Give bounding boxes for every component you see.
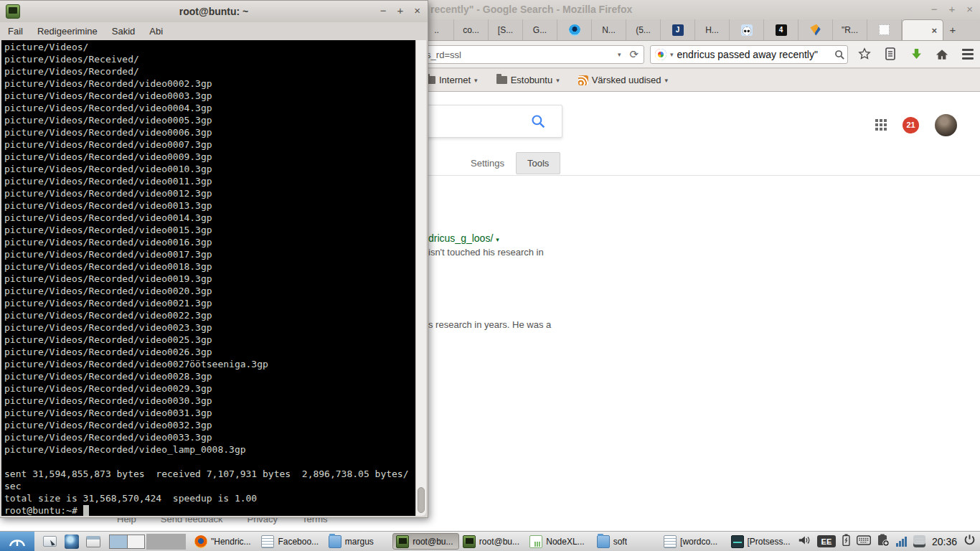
- tab[interactable]: 4: [764, 19, 798, 40]
- tab[interactable]: [867, 19, 902, 40]
- bookmarks-menu-icon[interactable]: [882, 46, 898, 62]
- home-icon[interactable]: [934, 46, 950, 62]
- tab[interactable]: [557, 19, 592, 40]
- fourchan-favicon-icon: 4: [776, 24, 787, 36]
- terminal-icon: [463, 535, 476, 548]
- tab[interactable]: (5...: [626, 19, 661, 40]
- notifications-badge[interactable]: 21: [903, 117, 919, 133]
- terminal-titlebar[interactable]: root@buntu: ~ − + ×: [0, 1, 428, 22]
- taskbar-task[interactable]: [wordco...: [661, 533, 727, 550]
- search-result-url[interactable]: dricus_g_loos/▾: [428, 232, 499, 244]
- search-result-snippet: s research in years. He was a: [428, 319, 551, 330]
- globe-icon: [65, 534, 79, 549]
- task-label: soft: [613, 537, 627, 547]
- result-dropdown-icon[interactable]: ▾: [496, 236, 499, 243]
- close-icon[interactable]: ×: [966, 3, 973, 16]
- firefox-window-title: recently" - Google Search - Mozilla Fire…: [430, 4, 632, 15]
- tab-label: N...: [602, 25, 616, 35]
- taskbar-task[interactable]: "Hendric...: [192, 533, 258, 550]
- tab[interactable]: [730, 19, 764, 40]
- tab-active[interactable]: ×: [902, 19, 943, 40]
- urlbar-dropdown-icon[interactable]: ▾: [614, 51, 625, 58]
- tab-close-icon[interactable]: ×: [931, 25, 937, 36]
- menu-icon[interactable]: [960, 46, 976, 62]
- tab[interactable]: co...: [454, 19, 489, 40]
- tab[interactable]: "R...: [833, 19, 867, 40]
- terminal-output: picture/Videos/ picture/Videos/Received/…: [1, 40, 415, 504]
- terminal-scrollbar[interactable]: [415, 40, 426, 516]
- task-label: margus: [345, 537, 374, 547]
- keyboard-icon[interactable]: [857, 535, 871, 548]
- downloads-icon[interactable]: [908, 46, 924, 62]
- terminal-window-title: root@buntu: ~: [0, 6, 428, 17]
- folder-pointer-icon: [43, 536, 57, 547]
- terminal-menu-item[interactable]: Fail: [8, 26, 23, 37]
- file-manager-launcher[interactable]: [41, 534, 59, 550]
- terminal-window: root@buntu: ~ − + × FailRedigeerimineSak…: [0, 0, 428, 518]
- terminal-scrollbar-thumb[interactable]: [418, 487, 425, 513]
- tab[interactable]: [798, 19, 833, 40]
- web-browser-launcher[interactable]: [62, 534, 80, 550]
- bookmark-item[interactable]: Estobuntu▾: [496, 75, 560, 85]
- power-icon[interactable]: [963, 534, 976, 549]
- task-label: root@bu...: [413, 537, 453, 547]
- google-search-icon[interactable]: [531, 114, 546, 132]
- clipboard-manager-icon[interactable]: [877, 534, 890, 550]
- task-label: [Protsess...: [748, 537, 791, 547]
- terminal-menu-item[interactable]: Abi: [149, 26, 163, 37]
- search-engine-dropdown-icon[interactable]: ▾: [666, 51, 677, 58]
- maximize-icon[interactable]: +: [948, 3, 955, 16]
- bookmark-item[interactable]: Värsked uudised▾: [578, 75, 668, 85]
- taskbar-task[interactable]: Faceboo...: [258, 533, 324, 550]
- tab[interactable]: [S...: [489, 19, 523, 40]
- firefox-icon: [194, 535, 207, 548]
- avatar[interactable]: [935, 114, 957, 136]
- clock[interactable]: 20:36: [932, 536, 957, 547]
- tab[interactable]: G...: [523, 19, 557, 40]
- google-settings-link[interactable]: Settings: [471, 158, 504, 169]
- terminal-screen[interactable]: picture/Videos/ picture/Videos/Received/…: [1, 40, 415, 516]
- google-tools-button[interactable]: Tools: [516, 152, 560, 174]
- battery-icon[interactable]: [842, 534, 850, 549]
- taskbar-task[interactable]: root@bu...: [392, 533, 459, 550]
- terminal-maximize-icon[interactable]: +: [397, 4, 403, 17]
- bookmark-item[interactable]: Internet▾: [425, 75, 478, 85]
- calc-icon: [529, 535, 542, 548]
- search-go-icon[interactable]: [831, 47, 847, 62]
- terminal-menu-item[interactable]: Redigeerimine: [37, 26, 98, 37]
- window-launcher[interactable]: [84, 534, 102, 550]
- workspace-1[interactable]: [110, 535, 127, 548]
- bookmark-star-icon[interactable]: [857, 46, 872, 62]
- terminal-menubar: FailRedigeerimineSakidAbi: [1, 22, 427, 40]
- network-signal-icon[interactable]: [896, 536, 907, 547]
- taskbar-task[interactable]: soft: [594, 533, 660, 550]
- tab[interactable]: J: [661, 19, 695, 40]
- reload-icon[interactable]: ⟳: [624, 48, 644, 61]
- tab[interactable]: H...: [695, 19, 730, 40]
- search-bar[interactable]: ▾ endricus passed away recently": [650, 45, 848, 64]
- start-menu-button[interactable]: [0, 532, 34, 551]
- volume-icon[interactable]: [798, 534, 811, 549]
- taskbar-task[interactable]: [Protsess...: [728, 533, 794, 550]
- terminal-close-icon[interactable]: ×: [414, 4, 420, 17]
- terminal-minimize-icon[interactable]: −: [380, 4, 387, 17]
- bookmark-label: Estobuntu: [511, 75, 553, 85]
- tab[interactable]: N...: [592, 19, 626, 40]
- monitor-icon: [731, 535, 744, 548]
- google-apps-grid-icon[interactable]: [875, 119, 887, 131]
- notes-tray-icon[interactable]: [913, 535, 925, 547]
- minimize-icon[interactable]: −: [931, 3, 938, 16]
- j-square-favicon-icon: J: [672, 24, 684, 36]
- taskbar-task[interactable]: root@bu...: [460, 533, 526, 550]
- workspace-switcher[interactable]: [109, 534, 145, 549]
- taskbar-task[interactable]: NodeXL...: [527, 533, 593, 550]
- folder-icon: [329, 535, 341, 548]
- workspace-2[interactable]: [127, 535, 144, 548]
- system-tray: EE 20:36: [798, 534, 976, 550]
- google-search-engine-icon[interactable]: [655, 49, 666, 60]
- taskbar-task[interactable]: margus: [326, 533, 392, 550]
- terminal-menu-item[interactable]: Sakid: [112, 26, 136, 37]
- terminal-prompt: root@buntu:~#: [4, 504, 89, 516]
- keyboard-layout-indicator[interactable]: EE: [817, 535, 836, 547]
- new-tab-button[interactable]: +: [943, 22, 962, 39]
